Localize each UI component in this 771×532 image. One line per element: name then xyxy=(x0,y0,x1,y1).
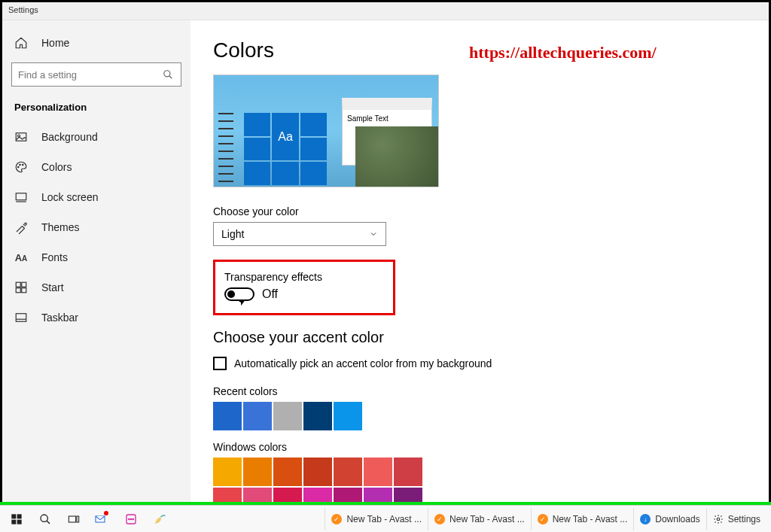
taskbar-app-2[interactable] xyxy=(148,508,172,530)
svg-line-1 xyxy=(169,76,172,79)
task-view[interactable] xyxy=(62,508,86,530)
taskbar-mail[interactable] xyxy=(90,508,114,530)
transparency-value: Off xyxy=(262,287,278,301)
taskbar-tab[interactable]: Settings xyxy=(706,508,766,530)
svg-rect-11 xyxy=(16,288,20,293)
svg-rect-17 xyxy=(11,519,16,524)
browser-icon: ✓ xyxy=(331,514,342,524)
color-swatch[interactable] xyxy=(213,488,242,503)
auto-pick-checkbox[interactable] xyxy=(213,357,227,370)
sidebar-item-start[interactable]: Start xyxy=(2,272,190,302)
taskbar-tab[interactable]: ✓New Tab - Avast ... xyxy=(428,508,531,530)
svg-rect-2 xyxy=(16,133,26,141)
color-swatch[interactable] xyxy=(243,402,272,430)
color-preview: Aa Sample Text xyxy=(213,74,439,187)
sidebar-item-fonts[interactable]: AA Fonts xyxy=(2,242,190,272)
sidebar-item-label: Lock screen xyxy=(41,191,98,203)
svg-rect-13 xyxy=(16,314,26,322)
color-swatch[interactable] xyxy=(334,458,362,486)
choose-color-label: Choose your color xyxy=(213,205,739,217)
color-swatch[interactable] xyxy=(273,458,302,486)
color-swatch[interactable] xyxy=(394,488,422,503)
sidebar-item-background[interactable]: Background xyxy=(2,122,190,152)
recent-colors xyxy=(213,402,446,430)
color-swatch[interactable] xyxy=(243,488,272,503)
windows-colors xyxy=(213,458,446,503)
svg-point-5 xyxy=(20,164,21,166)
transparency-toggle[interactable]: ➤ xyxy=(224,287,254,301)
home-icon xyxy=(14,36,28,50)
sidebar-item-label: Start xyxy=(41,281,64,293)
start-icon xyxy=(14,281,28,294)
download-icon: ↓ xyxy=(640,514,651,524)
search-icon xyxy=(161,68,175,81)
image-icon xyxy=(14,130,28,144)
color-swatch[interactable] xyxy=(334,402,362,430)
svg-point-27 xyxy=(133,518,133,519)
svg-point-6 xyxy=(23,164,24,166)
sidebar-item-label: Taskbar xyxy=(41,312,78,324)
taskbar-tab[interactable]: ↓Downloads xyxy=(633,508,705,530)
browser-icon: ✓ xyxy=(538,514,548,524)
svg-rect-9 xyxy=(16,282,20,287)
taskbar-search[interactable] xyxy=(33,508,57,530)
color-swatch[interactable] xyxy=(394,458,422,486)
taskbar-app-1[interactable] xyxy=(119,508,143,530)
chevron-down-icon xyxy=(369,230,378,239)
start-button[interactable] xyxy=(5,508,29,530)
svg-point-19 xyxy=(41,515,47,521)
fonts-icon: AA xyxy=(14,251,28,264)
svg-rect-10 xyxy=(22,282,26,287)
sidebar-item-colors[interactable]: Colors xyxy=(2,152,190,182)
lock-screen-icon xyxy=(14,190,28,204)
search-input[interactable] xyxy=(11,62,181,87)
browser-icon: ✓ xyxy=(434,514,445,524)
color-swatch[interactable] xyxy=(303,402,332,430)
home-button[interactable]: Home xyxy=(2,28,190,58)
svg-rect-12 xyxy=(22,288,26,293)
search-field[interactable] xyxy=(18,69,161,81)
sidebar-item-label: Themes xyxy=(41,221,80,233)
recent-colors-label: Recent colors xyxy=(213,385,739,397)
cursor-icon: ➤ xyxy=(236,295,248,308)
taskbar: ✓New Tab - Avast ...✓New Tab - Avast ...… xyxy=(0,505,771,532)
color-swatch[interactable] xyxy=(364,458,392,486)
color-swatch[interactable] xyxy=(303,488,332,503)
sidebar-item-label: Colors xyxy=(41,161,72,173)
color-swatch[interactable] xyxy=(364,488,392,503)
svg-rect-16 xyxy=(17,514,22,518)
main-pane: Colors https://alltechqueries.com/ Aa Sa… xyxy=(190,20,769,503)
home-label: Home xyxy=(41,37,69,49)
color-swatch[interactable] xyxy=(243,458,272,486)
color-mode-dropdown[interactable]: Light xyxy=(213,222,386,246)
svg-line-20 xyxy=(47,521,50,524)
svg-rect-18 xyxy=(17,519,22,524)
sidebar-item-label: Background xyxy=(41,131,98,143)
transparency-label: Transparency effects xyxy=(224,271,384,283)
tab-label: New Tab - Avast ... xyxy=(346,514,422,524)
watermark-url: https://alltechqueries.com/ xyxy=(469,43,657,62)
section-label: Personalization xyxy=(2,96,190,122)
palette-icon xyxy=(14,160,28,174)
svg-point-26 xyxy=(130,518,131,519)
taskbar-tab[interactable]: ✓New Tab - Avast ... xyxy=(531,508,634,530)
color-swatch[interactable] xyxy=(334,488,362,503)
color-swatch[interactable] xyxy=(303,458,332,486)
svg-point-0 xyxy=(164,71,170,77)
tab-label: Settings xyxy=(728,514,760,524)
tab-label: New Tab - Avast ... xyxy=(449,514,525,524)
sidebar-item-lock-screen[interactable]: Lock screen xyxy=(2,182,190,212)
sidebar-item-themes[interactable]: Themes xyxy=(2,212,190,242)
svg-point-4 xyxy=(18,166,20,168)
color-swatch[interactable] xyxy=(273,488,302,503)
auto-pick-label: Automatically pick an accent color from … xyxy=(234,357,492,369)
gear-icon xyxy=(713,514,724,524)
color-swatch[interactable] xyxy=(273,402,302,430)
sidebar-item-taskbar[interactable]: Taskbar xyxy=(2,302,190,333)
color-swatch[interactable] xyxy=(213,458,242,486)
svg-rect-21 xyxy=(69,516,75,522)
accent-heading: Choose your accent color xyxy=(213,329,739,346)
color-swatch[interactable] xyxy=(213,402,242,430)
taskbar-tab[interactable]: ✓New Tab - Avast ... xyxy=(325,508,428,530)
tab-label: New Tab - Avast ... xyxy=(553,514,628,524)
